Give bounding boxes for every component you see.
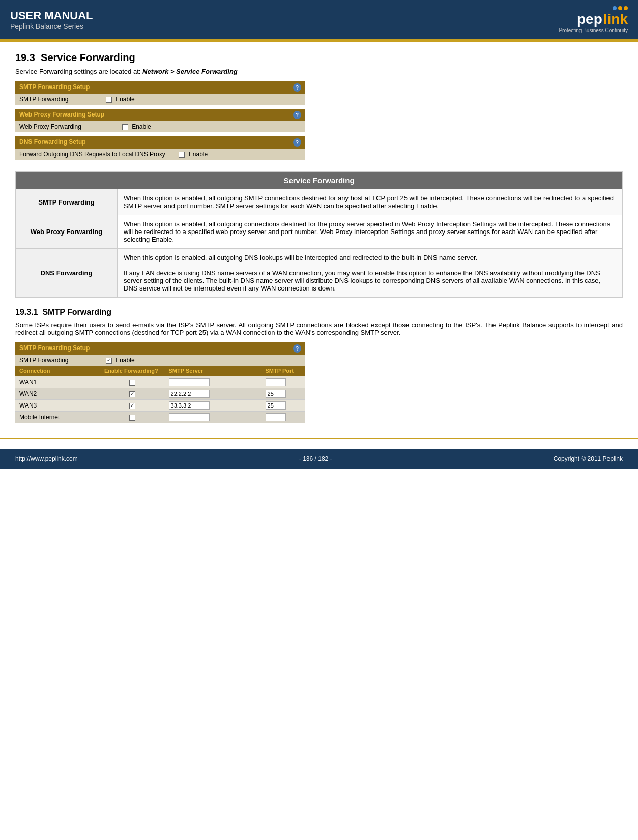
wan3-checkbox[interactable] <box>129 403 135 409</box>
smtp-enable-label: Enable <box>115 96 134 103</box>
main-content: 19.3 Service Forwarding Service Forwardi… <box>0 42 638 438</box>
webproxy-forwarding-label: Web Proxy Forwarding <box>16 215 118 249</box>
wan1-server-input[interactable] <box>169 378 210 386</box>
mobile-checkbox[interactable] <box>129 415 135 421</box>
wan2-label: WAN2 <box>19 390 37 397</box>
dns-desc2: If any LAN device is using DNS name serv… <box>124 269 616 292</box>
wan2-row: WAN2 <box>15 388 305 400</box>
section-heading: Service Forwarding <box>41 52 135 63</box>
smtp-forwarding-desc-text: When this option is enabled, all outgoin… <box>124 194 614 210</box>
smtp-forwarding-checked[interactable] <box>106 358 112 364</box>
footer-page: - 136 / 182 - <box>299 455 332 462</box>
dns-setup-header: DNS Forwarding Setup <box>19 138 86 146</box>
subsection-number: 19.3.1 <box>15 308 38 316</box>
section-description: Service Forwarding settings are located … <box>15 68 623 75</box>
footer-divider <box>0 438 638 439</box>
logo-dot-2 <box>618 6 622 10</box>
wan1-port-input[interactable] <box>266 378 286 386</box>
logo-dot-1 <box>613 6 617 10</box>
wan2-checkbox[interactable] <box>129 391 135 397</box>
subsection-title: 19.3.1 SMTP Forwarding <box>15 308 623 317</box>
logo-tagline: Protecting Business Continuity <box>559 27 628 33</box>
webproxy-forwarding-desc: When this option is enabled, all outgoin… <box>118 215 623 249</box>
mobile-internet-row: Mobile Internet <box>15 412 305 423</box>
dns-forwarding-label: DNS Forwarding <box>16 249 118 298</box>
dns-forwarding-row: DNS Forwarding When this option is enabl… <box>16 249 623 298</box>
col-header-connection: Connection <box>19 368 50 374</box>
section-title: 19.3 Service Forwarding <box>15 52 623 64</box>
service-forwarding-table: Service Forwarding SMTP Forwarding When … <box>15 171 623 298</box>
smtp-detail-table: SMTP Forwarding Setup ? SMTP Forwarding … <box>15 342 305 423</box>
wan1-row: WAN1 <box>15 376 305 388</box>
col-header-port: SMTP Port <box>266 368 294 374</box>
smtp-forwarding-row: SMTP Forwarding When this option is enab… <box>16 189 623 215</box>
wan3-label: WAN3 <box>19 402 37 409</box>
smtp-forwarding-desc: When this option is enabled, all outgoin… <box>118 189 623 215</box>
mobile-server-input[interactable] <box>169 413 210 421</box>
section-desc-prefix: Service Forwarding settings are located … <box>15 68 142 75</box>
webproxy-setup-summary-table: Web Proxy Forwarding Setup ? Web Proxy F… <box>15 109 305 132</box>
smtp-row-label: SMTP Forwarding <box>19 96 68 103</box>
section-desc-link: Network > Service Forwarding <box>142 68 238 75</box>
smtp-help-icon[interactable]: ? <box>293 83 301 92</box>
smtp-forwarding-row-label: SMTP Forwarding <box>19 357 68 364</box>
webproxy-forwarding-desc-text: When this option is enabled, all outgoin… <box>124 220 610 243</box>
smtp-forwarding-label: SMTP Forwarding <box>16 189 118 215</box>
logo-pep: pep <box>577 11 602 27</box>
logo-link: link <box>603 11 628 27</box>
col-header-server: SMTP Server <box>169 368 204 374</box>
logo-dot-3 <box>624 6 628 10</box>
page-header: USER MANUAL Peplink Balance Series pep l… <box>0 0 638 41</box>
mobile-label: Mobile Internet <box>19 414 60 421</box>
wan1-checkbox[interactable] <box>129 380 135 386</box>
service-table-header: Service Forwarding <box>16 172 623 189</box>
webproxy-row-label: Web Proxy Forwarding <box>19 123 81 130</box>
dns-forwarding-desc: When this option is enabled, all outgoin… <box>118 249 623 298</box>
wan1-label: WAN1 <box>19 379 37 386</box>
logo-row: pep link <box>577 11 628 27</box>
manual-subtitle: Peplink Balance Series <box>10 22 93 31</box>
dns-help-icon[interactable]: ? <box>293 138 301 147</box>
col-header-enable: Enable Forwarding? <box>104 368 158 374</box>
webproxy-help-icon[interactable]: ? <box>293 111 301 119</box>
section-number: 19.3 <box>15 52 35 63</box>
wan3-server-input[interactable] <box>169 401 210 410</box>
subsection-description: Some ISPs require their users to send e-… <box>15 321 623 336</box>
smtp-col-header-row: Connection Enable Forwarding? SMTP Serve… <box>15 366 305 376</box>
logo-dots <box>613 6 628 10</box>
smtp-setup-header: SMTP Forwarding Setup <box>19 83 90 91</box>
wan3-port-input[interactable] <box>266 401 286 410</box>
footer-copyright: Copyright © 2011 Peplink <box>554 455 623 462</box>
dns-checkbox[interactable] <box>179 152 185 158</box>
dns-row-label: Forward Outgoing DNS Requests to Local D… <box>19 151 165 158</box>
smtp-detail-header-row: SMTP Forwarding Setup ? <box>15 342 305 355</box>
webproxy-setup-header: Web Proxy Forwarding Setup <box>19 111 104 118</box>
dns-desc1: When this option is enabled, all outgoin… <box>124 254 616 262</box>
smtp-detail-help-icon[interactable]: ? <box>293 344 301 353</box>
wan2-port-input[interactable] <box>266 390 286 398</box>
smtp-forwarding-enable-row: SMTP Forwarding Enable <box>15 355 305 366</box>
smtp-checkbox[interactable] <box>106 97 112 103</box>
header-text: USER MANUAL Peplink Balance Series <box>10 9 93 31</box>
page-footer: http://www.peplink.com - 136 / 182 - Cop… <box>0 449 638 469</box>
footer-url: http://www.peplink.com <box>15 455 78 462</box>
mobile-port-input[interactable] <box>266 413 286 421</box>
wan2-server-input[interactable] <box>169 390 210 398</box>
manual-title: USER MANUAL <box>10 9 93 22</box>
webproxy-checkbox[interactable] <box>122 124 128 130</box>
smtp-setup-summary-table: SMTP Forwarding Setup ? SMTP Forwarding … <box>15 81 305 105</box>
smtp-detail-header: SMTP Forwarding Setup <box>19 344 90 352</box>
dns-setup-summary-table: DNS Forwarding Setup ? Forward Outgoing … <box>15 136 305 160</box>
subsection-heading: SMTP Forwarding <box>42 308 111 316</box>
webproxy-enable-label: Enable <box>132 123 151 130</box>
wan3-row: WAN3 <box>15 400 305 412</box>
dns-enable-label: Enable <box>189 151 208 158</box>
logo-wrapper: pep link Protecting Business Continuity <box>559 6 628 33</box>
webproxy-forwarding-row: Web Proxy Forwarding When this option is… <box>16 215 623 249</box>
smtp-forwarding-enable-val: Enable <box>115 357 134 364</box>
